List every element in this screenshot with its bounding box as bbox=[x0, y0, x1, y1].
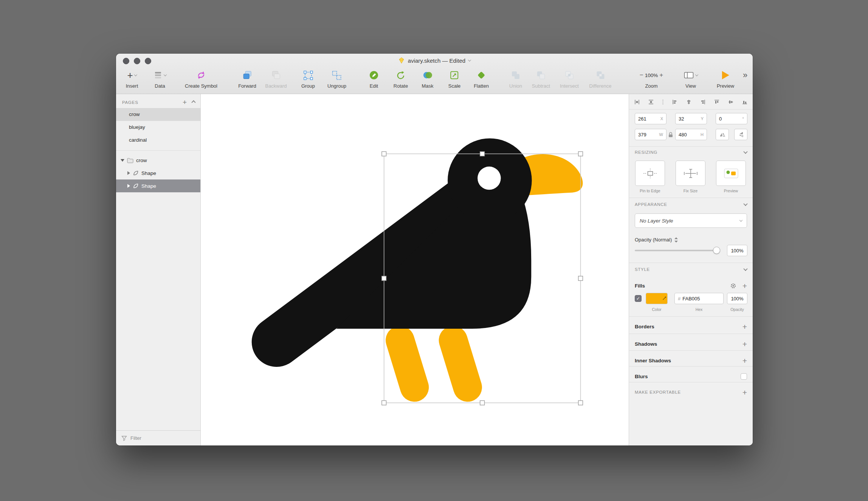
group-icon bbox=[303, 68, 313, 82]
fix-size-option[interactable] bbox=[676, 161, 705, 186]
shadows-label: Shadows bbox=[635, 341, 657, 347]
title-chevron-icon[interactable] bbox=[468, 58, 471, 61]
add-fill-button[interactable]: + bbox=[742, 282, 747, 290]
window-chrome: aviary.sketch — Edited + Insert Data bbox=[116, 54, 753, 94]
selection-handle[interactable] bbox=[382, 152, 386, 156]
zoom-control: − 100% + Zoom bbox=[640, 68, 663, 89]
page-item-cardinal[interactable]: cardinal bbox=[116, 134, 200, 147]
zoom-out-button[interactable]: − bbox=[640, 71, 643, 79]
layer-item-shape-1[interactable]: Shape bbox=[116, 167, 200, 179]
selection-handle[interactable] bbox=[578, 152, 583, 156]
layer-name: Shape bbox=[141, 183, 156, 189]
align-top-icon[interactable] bbox=[714, 99, 719, 105]
blurs-checkbox[interactable] bbox=[741, 373, 747, 380]
opacity-slider-knob[interactable] bbox=[713, 247, 720, 254]
view-button[interactable]: View bbox=[684, 68, 698, 89]
y-position-field[interactable]: 32Y bbox=[675, 113, 707, 124]
fill-enabled-checkbox[interactable]: ✓ bbox=[635, 295, 642, 302]
create-symbol-button[interactable]: Create Symbol bbox=[185, 68, 217, 89]
layer-style-dropdown[interactable]: No Layer Style bbox=[635, 213, 747, 228]
opacity-blend-control[interactable]: Opacity (Normal) bbox=[635, 237, 678, 243]
selection-handle[interactable] bbox=[480, 152, 485, 156]
zoom-in-button[interactable]: + bbox=[659, 71, 663, 79]
layer-item-artboard-crow[interactable]: crow bbox=[116, 154, 200, 167]
preview-button[interactable]: Preview bbox=[717, 68, 734, 89]
align-center-horizontal-icon[interactable] bbox=[686, 99, 691, 105]
page-item-crow[interactable]: crow bbox=[116, 108, 200, 121]
divider bbox=[629, 198, 753, 198]
resizing-preview-option[interactable] bbox=[716, 161, 746, 186]
create-symbol-label: Create Symbol bbox=[185, 83, 217, 89]
add-export-button[interactable]: + bbox=[742, 388, 747, 396]
align-middle-vertical-icon[interactable] bbox=[728, 99, 733, 105]
edit-button[interactable]: Edit bbox=[369, 68, 379, 89]
crow-eye[interactable] bbox=[477, 167, 501, 190]
lock-ratio-icon[interactable] bbox=[668, 131, 674, 138]
selection-handle[interactable] bbox=[578, 276, 583, 281]
disclosure-down-icon[interactable] bbox=[121, 159, 124, 162]
toolbar-overflow-button[interactable]: » bbox=[743, 68, 747, 82]
selection-handle[interactable] bbox=[382, 276, 386, 281]
disclosure-right-icon[interactable] bbox=[127, 184, 130, 188]
divider bbox=[629, 146, 753, 147]
add-inner-shadow-button[interactable]: + bbox=[742, 357, 747, 365]
flip-horizontal-button[interactable] bbox=[716, 129, 729, 140]
align-right-icon[interactable] bbox=[700, 99, 705, 105]
align-left-icon[interactable] bbox=[672, 99, 677, 105]
crow-leg-left[interactable] bbox=[400, 340, 414, 387]
opacity-value-field[interactable]: 100% bbox=[727, 245, 747, 256]
selection-handle[interactable] bbox=[578, 400, 583, 405]
pin-to-edge-option[interactable] bbox=[635, 161, 665, 186]
insert-button[interactable]: + Insert bbox=[126, 68, 138, 89]
layer-item-shape-2-selected[interactable]: Shape bbox=[116, 179, 200, 192]
layer-name: crow bbox=[136, 158, 147, 163]
inner-shadows-row: Inner Shadows + bbox=[629, 354, 753, 367]
fullscreen-button[interactable] bbox=[145, 58, 151, 64]
fill-settings-button[interactable] bbox=[730, 283, 736, 289]
make-exportable-label: MAKE EXPORTABLE bbox=[635, 390, 681, 394]
create-symbol-icon bbox=[196, 68, 206, 82]
scale-icon bbox=[450, 68, 459, 82]
x-position-field[interactable]: 261X bbox=[635, 113, 666, 124]
selection-handle[interactable] bbox=[480, 400, 485, 405]
align-bottom-icon[interactable] bbox=[742, 99, 747, 105]
crow-leg-right[interactable] bbox=[453, 340, 468, 387]
add-shadow-button[interactable]: + bbox=[742, 340, 747, 348]
artboard-canvas[interactable] bbox=[201, 94, 629, 445]
group-button[interactable]: Group bbox=[301, 68, 315, 89]
scale-label: Scale bbox=[448, 83, 461, 89]
collapse-style-icon[interactable] bbox=[743, 267, 747, 271]
scale-button[interactable]: Scale bbox=[448, 68, 461, 89]
rotate-button[interactable]: Rotate bbox=[394, 68, 408, 89]
collapse-appearance-icon[interactable] bbox=[743, 202, 747, 206]
data-button[interactable]: Data bbox=[153, 68, 166, 89]
distribute-vertically-icon[interactable] bbox=[648, 99, 654, 105]
forward-button[interactable]: Forward bbox=[238, 68, 256, 89]
ungroup-button[interactable]: Ungroup bbox=[327, 68, 346, 89]
rotation-field[interactable]: 0° bbox=[716, 113, 747, 124]
distribute-horizontally-icon[interactable] bbox=[634, 99, 640, 105]
page-item-bluejay[interactable]: bluejay bbox=[116, 121, 200, 134]
flip-vertical-button[interactable] bbox=[734, 129, 747, 140]
close-button[interactable] bbox=[123, 58, 129, 64]
selection-handle[interactable] bbox=[382, 400, 386, 405]
collapse-pages-icon[interactable] bbox=[191, 100, 195, 104]
fill-color-swatch[interactable] bbox=[646, 293, 668, 304]
width-field[interactable]: 379W bbox=[635, 129, 666, 140]
add-page-button[interactable]: + bbox=[183, 99, 187, 106]
mask-button[interactable]: Mask bbox=[422, 68, 433, 89]
opacity-slider[interactable] bbox=[635, 250, 717, 251]
fill-hex-field[interactable]: # FAB005 bbox=[674, 293, 724, 304]
borders-label: Borders bbox=[635, 324, 654, 329]
filter-input[interactable]: Filter bbox=[130, 435, 141, 441]
height-field[interactable]: 480H bbox=[675, 129, 707, 140]
add-border-button[interactable]: + bbox=[742, 323, 747, 331]
fill-opacity-field[interactable]: 100% bbox=[727, 293, 747, 304]
sketch-window: aviary.sketch — Edited + Insert Data bbox=[116, 54, 753, 445]
make-exportable-row: MAKE EXPORTABLE + bbox=[629, 386, 753, 399]
flatten-button[interactable]: Flatten bbox=[474, 68, 489, 89]
disclosure-right-icon[interactable] bbox=[127, 171, 130, 175]
minimize-button[interactable] bbox=[134, 58, 140, 64]
collapse-resizing-icon[interactable] bbox=[743, 150, 747, 154]
shape-icon bbox=[133, 170, 139, 176]
